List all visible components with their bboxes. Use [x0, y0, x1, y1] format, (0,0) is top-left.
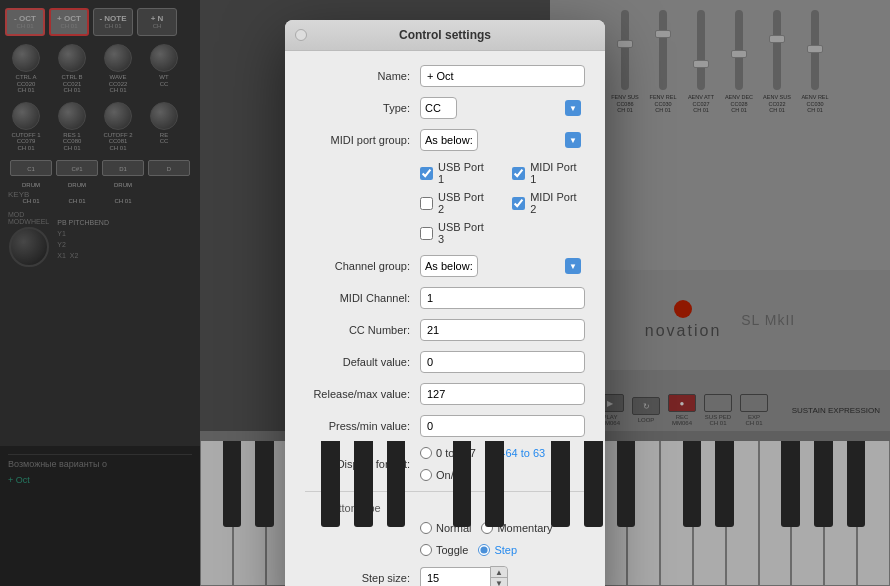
midi-channel-row: MIDI Channel: — [305, 287, 585, 309]
usb-port-2-label: USB Port 2 — [438, 191, 492, 215]
type-row: Type: CC Note MMC ▼ — [305, 97, 585, 119]
usb-port-1-label: USB Port 1 — [438, 161, 492, 185]
button-type-section-label: Button type — [305, 502, 585, 514]
midi-port-group-select-arrow-icon: ▼ — [565, 132, 581, 148]
step-option[interactable]: Step — [478, 544, 517, 556]
type-label: Type: — [305, 102, 420, 114]
name-row: Name: — [305, 65, 585, 87]
toggle-label: Toggle — [436, 544, 468, 556]
midi-port-2-label: MIDI Port 2 — [530, 191, 585, 215]
midi-port-1-label: MIDI Port 1 — [530, 161, 585, 185]
modal-titlebar: Control settings — [285, 20, 605, 51]
cc-number-input[interactable] — [420, 319, 585, 341]
midi-ports-col: MIDI Port 1 MIDI Port 2 — [512, 161, 585, 245]
release-max-input[interactable] — [420, 383, 585, 405]
channel-group-select[interactable]: As below: — [420, 255, 478, 277]
type-select[interactable]: CC Note MMC — [420, 97, 457, 119]
midi-port-1-checkbox[interactable]: MIDI Port 1 — [512, 161, 585, 185]
display-64-63-label: -64 to 63 — [502, 447, 545, 459]
step-size-stepper: ▲ ▼ — [420, 566, 508, 586]
midi-channel-label: MIDI Channel: — [305, 292, 420, 304]
modal-close-button[interactable] — [295, 29, 307, 41]
midi-port-group-select-wrapper: As below: All ports ▼ — [420, 129, 585, 151]
step-size-row: Step size: ▲ ▼ — [305, 566, 585, 586]
step-label: Step — [494, 544, 517, 556]
midi-port-2-checkbox[interactable]: MIDI Port 2 — [512, 191, 585, 215]
cc-number-label: CC Number: — [305, 324, 420, 336]
step-size-stepper-buttons: ▲ ▼ — [490, 566, 508, 586]
default-value-row: Default value: — [305, 351, 585, 373]
ports-container: USB Port 1 USB Port 2 USB Port 3 MIDI Po… — [420, 161, 585, 245]
press-min-row: Press/min value: — [305, 415, 585, 437]
midi-port-group-row: MIDI port group: As below: All ports ▼ — [305, 129, 585, 151]
name-label: Name: — [305, 70, 420, 82]
toggle-option[interactable]: Toggle — [420, 544, 468, 556]
default-value-label: Default value: — [305, 356, 420, 368]
usb-port-3-checkbox[interactable]: USB Port 3 — [420, 221, 492, 245]
step-size-decrement-button[interactable]: ▼ — [491, 578, 507, 586]
release-max-label: Release/max value: — [305, 388, 420, 400]
midi-port-group-label: MIDI port group: — [305, 134, 420, 146]
display-format-row: Display format: 0 to 127 -64 to 63 On/Of… — [305, 447, 585, 481]
button-type-radio-group: Normal Momentary Toggle Step — [420, 522, 585, 556]
usb-port-2-checkbox[interactable]: USB Port 2 — [420, 191, 492, 215]
release-max-row: Release/max value: — [305, 383, 585, 405]
channel-group-label: Channel group: — [305, 260, 420, 272]
midi-channel-input[interactable] — [420, 287, 585, 309]
name-input[interactable] — [420, 65, 585, 87]
modal-title: Control settings — [399, 28, 491, 42]
step-size-label: Step size: — [305, 572, 420, 584]
usb-ports-col: USB Port 1 USB Port 2 USB Port 3 — [420, 161, 492, 245]
step-size-increment-button[interactable]: ▲ — [491, 567, 507, 578]
step-size-input[interactable] — [420, 567, 490, 586]
ports-spacer — [305, 161, 420, 245]
modal-overlay: Control settings Name: Type: CC Note MMC… — [0, 0, 890, 586]
type-select-arrow-icon: ▼ — [565, 100, 581, 116]
button-type-divider — [305, 491, 585, 492]
usb-port-1-checkbox[interactable]: USB Port 1 — [420, 161, 492, 185]
channel-group-select-wrapper: As below: ▼ — [420, 255, 585, 277]
type-select-wrapper: CC Note MMC ▼ — [420, 97, 585, 119]
press-min-input[interactable] — [420, 415, 585, 437]
press-min-label: Press/min value: — [305, 420, 420, 432]
channel-group-row: Channel group: As below: ▼ — [305, 255, 585, 277]
cc-number-row: CC Number: — [305, 319, 585, 341]
ports-row: USB Port 1 USB Port 2 USB Port 3 MIDI Po… — [305, 161, 585, 245]
usb-port-3-label: USB Port 3 — [438, 221, 492, 245]
midi-port-group-select[interactable]: As below: All ports — [420, 129, 478, 151]
channel-group-arrow-icon: ▼ — [565, 258, 581, 274]
momentary-label: Momentary — [497, 522, 552, 534]
default-value-input[interactable] — [420, 351, 585, 373]
button-type-row: Normal Momentary Toggle Step — [305, 522, 585, 556]
